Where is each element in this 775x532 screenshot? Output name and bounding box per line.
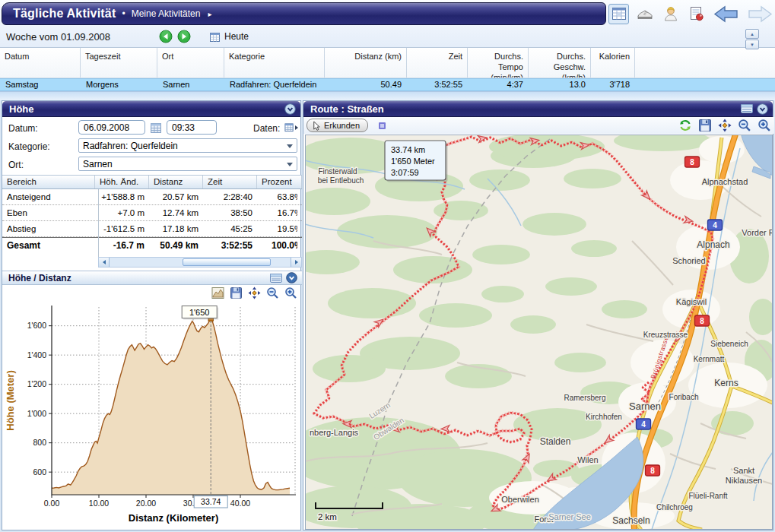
- hoehe-panel: Höhe Datum: 06.09.2008 09:33 Daten:: [2, 100, 301, 530]
- breadcrumb-arrow-icon: ▸: [208, 10, 211, 18]
- map-fit-button[interactable]: [718, 119, 732, 132]
- svg-text:8: 8: [690, 158, 694, 166]
- explore-mode-button[interactable]: Erkunden: [307, 119, 368, 132]
- spin-up-button[interactable]: ▲: [745, 29, 759, 39]
- daily-activity-view-button[interactable]: [608, 4, 629, 24]
- scroll-left-button[interactable]: [99, 258, 110, 267]
- bereich-cell: 63.8%: [257, 192, 302, 201]
- kategorie-select[interactable]: Radfahren: Querfeldein: [78, 138, 297, 153]
- route-map[interactable]: Brünigstrasse 88844 Finsterwaldbei Entle…: [305, 135, 773, 530]
- bereich-cell: 2:28:40: [203, 192, 257, 201]
- previous-week-icon: [159, 30, 173, 43]
- activity-table-selected-row[interactable]: SamstagMorgensSarnenRadfahren: Querfelde…: [0, 78, 775, 91]
- column-header[interactable]: Kalorien: [591, 48, 635, 78]
- today-button[interactable]: Heute: [209, 31, 249, 43]
- title-separator: •: [122, 8, 125, 19]
- column-header[interactable]: Datum: [0, 48, 81, 78]
- bereich-cell: -1'612.5 m: [95, 224, 149, 233]
- column-header[interactable]: Kategorie: [224, 48, 325, 78]
- elevation-chart[interactable]: 6008001'0001'2001'4001'6000.0010.0020.00…: [2, 299, 302, 531]
- map-label: Kerns: [714, 378, 738, 388]
- bereich-cell: +1'588.8 m: [95, 192, 149, 201]
- breadcrumb[interactable]: Meine Aktivitäten: [132, 8, 201, 19]
- route-color-button[interactable]: [376, 119, 389, 132]
- spin-down-button[interactable]: ▼: [745, 40, 759, 49]
- route-panel-title: Route : Straßen: [310, 103, 384, 115]
- scroll-right-button[interactable]: [291, 258, 301, 267]
- next-week-icon: [177, 30, 191, 43]
- scrollbar-thumb[interactable]: [183, 258, 271, 266]
- calendar-icon: [209, 31, 221, 43]
- chart-fit-button[interactable]: [248, 287, 261, 299]
- bereich-horizontal-scrollbar[interactable]: [98, 257, 302, 268]
- map-label: Chilchroeg: [656, 503, 693, 511]
- ort-select[interactable]: Sarnen: [78, 157, 297, 171]
- column-header[interactable]: Ort: [157, 48, 224, 78]
- map-zoom-in-button[interactable]: [758, 119, 771, 132]
- map-label: bei Entlebuch: [318, 176, 364, 185]
- map-save-button[interactable]: [698, 119, 712, 132]
- horizontal-splitter[interactable]: [0, 91, 775, 100]
- bereich-column-header[interactable]: Bereich: [2, 176, 95, 188]
- bereich-table-header: BereichHöh. Änd.DistanzZeitProzent: [2, 175, 302, 189]
- bereich-row[interactable]: Ansteigend+1'588.8 m20.57 km2:28:4063.8%: [2, 189, 302, 205]
- chart-windowshade-button[interactable]: [270, 274, 282, 283]
- bereich-row[interactable]: Abstieg-1'612.5 m17.18 km45:2519.5%: [2, 221, 302, 237]
- date-picker-button[interactable]: [149, 121, 163, 135]
- daten-menu-button[interactable]: [284, 121, 298, 135]
- svg-text:1'650 Meter: 1'650 Meter: [391, 157, 435, 166]
- bereich-column-header[interactable]: Höh. Änd.: [95, 176, 149, 188]
- map-label: Alpnach: [697, 239, 729, 250]
- route-windowshade-button[interactable]: [741, 104, 753, 113]
- zoom-out-icon: [738, 119, 751, 132]
- chart-save-button[interactable]: [230, 287, 243, 299]
- next-week-button[interactable]: [177, 30, 191, 43]
- chart-zoom-in-button[interactable]: [284, 287, 297, 299]
- route-collapse-button[interactable]: [757, 103, 768, 115]
- svg-text:8: 8: [650, 467, 655, 475]
- chart-style-button[interactable]: [211, 287, 224, 299]
- week-navigation: Woche vom 01.09.2008: [0, 27, 775, 46]
- map-label: nberg-Langis: [310, 428, 359, 437]
- column-header[interactable]: Tageszeit: [81, 48, 157, 78]
- column-header[interactable]: Distanz (km): [325, 48, 407, 78]
- bereich-cell: Gesamt: [2, 240, 95, 251]
- history-forward-button[interactable]: [745, 4, 773, 24]
- bereich-row[interactable]: Eben+7.0 m12.74 km38:5016.7%: [2, 205, 302, 221]
- explore-label: Erkunden: [324, 121, 360, 130]
- svg-text:10.00: 10.00: [89, 499, 109, 508]
- map-label: Sachseln: [612, 515, 650, 526]
- map-zoom-out-button[interactable]: [738, 119, 751, 132]
- page-title: Tägliche Aktivität: [13, 7, 116, 21]
- chart-zoom-out-button[interactable]: [266, 287, 279, 299]
- athlete-button[interactable]: [660, 4, 681, 24]
- chart-collapse-button[interactable]: [286, 272, 297, 283]
- bereich-cell: 20.57 km: [149, 192, 203, 201]
- time-input[interactable]: 09:33: [167, 120, 217, 135]
- map-label: Stalden: [540, 436, 571, 447]
- previous-week-button[interactable]: [159, 30, 173, 43]
- date-input[interactable]: 06.09.2008: [78, 120, 145, 135]
- bereich-column-header[interactable]: Prozent: [257, 176, 302, 188]
- column-header[interactable]: Durchs. Geschw. (km/h): [529, 48, 591, 78]
- svg-text:3:07:59: 3:07:59: [391, 168, 419, 177]
- equipment-button[interactable]: [634, 4, 655, 24]
- cursor-icon: [312, 121, 320, 131]
- activity-cell-ort: Sarnen: [157, 79, 224, 90]
- column-header[interactable]: Zeit: [407, 48, 468, 78]
- bereich-column-header[interactable]: Zeit: [203, 176, 257, 188]
- chart-subpanel-header: Höhe / Distanz: [2, 271, 302, 285]
- windowshade-icon: [741, 104, 753, 113]
- save-icon: [698, 119, 712, 132]
- reports-button[interactable]: [686, 4, 707, 24]
- map-label: Oberwilen: [501, 495, 539, 504]
- column-header[interactable]: Durchs. Tempo (min/km): [468, 48, 529, 78]
- bereich-column-header[interactable]: Distanz: [149, 176, 203, 188]
- page-title-bar: Tägliche Aktivität • Meine Aktivitäten ▸: [2, 2, 606, 25]
- history-back-button[interactable]: [712, 4, 740, 24]
- bereich-cell: Abstieg: [2, 224, 95, 233]
- hoehe-collapse-button[interactable]: [284, 103, 296, 115]
- chart-toolbar: [2, 286, 302, 300]
- bereich-row[interactable]: Gesamt-16.7 m50.49 km3:52:55100.0%: [2, 237, 302, 253]
- map-refresh-button[interactable]: [678, 119, 692, 132]
